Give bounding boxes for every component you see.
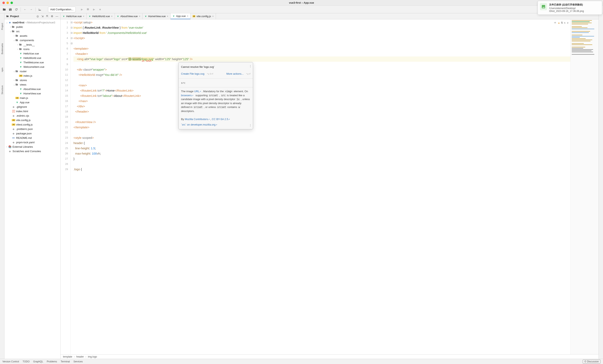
tree-row[interactable]: ›public: [4, 25, 60, 29]
tree-row[interactable]: ◈.prettierrc.json: [4, 127, 60, 131]
tree-row[interactable]: MDREADME.md: [4, 136, 60, 140]
maximize-window-button[interactable]: [11, 2, 13, 4]
editor-tab[interactable]: ▼App.vue×: [171, 13, 191, 19]
bottom-tool-graphql[interactable]: GraphQL: [33, 360, 43, 363]
locate-icon[interactable]: ◎: [36, 14, 39, 18]
editor-tab[interactable]: ▼AboutView.vue×: [115, 13, 143, 19]
build-icon[interactable]: [37, 7, 42, 12]
tab-bookmarks[interactable]: Bookmarks: [0, 42, 4, 56]
close-tab-icon[interactable]: ×: [167, 15, 168, 18]
tree-row[interactable]: ▼AboutView.vue: [4, 87, 60, 91]
tree-row[interactable]: JSvite.config.js: [4, 118, 60, 122]
fold-gutter[interactable]: ⊟⊟⊟⊟⊟: [71, 19, 73, 354]
breadcrumb-item[interactable]: header: [76, 355, 84, 358]
tree-row[interactable]: ◈Scratches and Consoles: [4, 149, 60, 153]
bottom-tool-terminal[interactable]: Terminal: [61, 360, 70, 363]
prev-highlight-icon[interactable]: ∧: [564, 20, 566, 25]
tree-row[interactable]: JSmain.js: [4, 96, 60, 100]
tree-row[interactable]: ›📚External Libraries: [4, 145, 60, 149]
run-icon[interactable]: ▶: [79, 7, 85, 12]
project-tree[interactable]: ⌄ ■ vue3-first ~/WebstormProjects/vue3 ›…: [4, 19, 60, 359]
browsers-link[interactable]: browsers: [181, 94, 192, 97]
popup-menu-icon-2[interactable]: ⋮: [249, 123, 252, 128]
close-tab-icon[interactable]: ×: [83, 15, 84, 18]
tree-row[interactable]: ⌄views: [4, 82, 60, 87]
minimap[interactable]: [570, 19, 599, 354]
tree-row[interactable]: ◈.gitignore: [4, 104, 60, 109]
notification-toast[interactable]: 文件已保存 (点击打开保存路径) /Users/element/Desktop/…: [538, 1, 602, 15]
debug-icon[interactable]: [85, 7, 91, 12]
inspection-summary[interactable]: 👁 ▲ 5 ∧ ∨: [554, 20, 569, 25]
breadcrumb-item[interactable]: img.logo: [88, 355, 97, 358]
editor-tab[interactable]: ▼HelloWorld.vue×: [87, 13, 115, 19]
minimize-window-button[interactable]: [6, 2, 9, 4]
popup-menu-icon[interactable]: ⋮: [249, 64, 252, 69]
collapse-all-icon[interactable]: ⇱: [46, 14, 49, 18]
tree-row[interactable]: ⌄components: [4, 38, 60, 42]
left-tool-strip: Project Bookmarks npm Structure: [0, 13, 4, 359]
forward-icon[interactable]: →: [28, 7, 34, 12]
close-tab-icon[interactable]: ×: [139, 15, 140, 18]
tree-row[interactable]: JSvitest.config.js: [4, 122, 60, 127]
tree-row[interactable]: ▼HelloWorld.vue: [4, 56, 60, 60]
tree-row[interactable]: ⌄router: [4, 69, 60, 73]
close-tab-icon[interactable]: ×: [212, 15, 214, 18]
tree-row[interactable]: ▼HomeView.vue: [4, 91, 60, 96]
tab-project[interactable]: Project: [0, 21, 4, 32]
tree-row[interactable]: JSindex.js: [4, 73, 60, 78]
tab-structure[interactable]: Structure: [0, 84, 4, 96]
line-gutter: 1234567891011121314151617181920212223242…: [60, 19, 71, 354]
editor-tab[interactable]: JSvite.config.js×: [190, 13, 216, 19]
code-editor[interactable]: 💡 👁 ▲ 5 ∧ ∨ <script setup>import { Route…: [73, 19, 570, 354]
tree-row[interactable]: 🄷index.html: [4, 109, 60, 114]
hide-icon[interactable]: —: [55, 14, 59, 18]
contributors-link[interactable]: Mozilla Contributors: [185, 118, 208, 121]
eye-off-icon[interactable]: 👁: [554, 20, 557, 25]
traffic-lights: [0, 2, 13, 4]
close-window-button[interactable]: [2, 2, 5, 4]
tree-row[interactable]: ›__tests__: [4, 42, 60, 47]
tree-root[interactable]: ⌄ ■ vue3-first ~/WebstormProjects/vue3: [4, 20, 60, 25]
bottom-tool-todo[interactable]: TODO: [23, 360, 29, 363]
tree-row[interactable]: ›stores: [4, 78, 60, 82]
tree-row[interactable]: ▼TheWelcome.vue: [4, 60, 60, 65]
project-header-label: Project: [10, 15, 19, 18]
tree-row[interactable]: ▼WelcomeItem.vue: [4, 65, 60, 69]
save-icon[interactable]: [8, 7, 13, 12]
discussion-button[interactable]: © Discussion: [583, 360, 601, 364]
breadcrumb-item[interactable]: template: [63, 355, 72, 358]
tree-row[interactable]: ›assets: [4, 34, 60, 38]
tree-row[interactable]: ◈pnpm-lock.yaml: [4, 140, 60, 145]
open-file-icon[interactable]: [2, 7, 7, 12]
editor-tab[interactable]: ▼HelloVue.vue×: [60, 13, 87, 19]
tree-row[interactable]: ▼App.vue: [4, 100, 60, 104]
back-icon[interactable]: ←: [23, 7, 28, 12]
run-with-coverage-icon[interactable]: ▶: [92, 7, 97, 12]
stop-icon[interactable]: ■: [97, 7, 103, 12]
next-highlight-icon[interactable]: ∨: [567, 20, 569, 25]
bottom-tool-problems[interactable]: Problems: [47, 360, 57, 363]
url-link[interactable]: URL: [194, 90, 199, 93]
editor-body[interactable]: 1234567891011121314151617181920212223242…: [60, 19, 599, 354]
tree-row[interactable]: ◈.eslintrc.cjs: [4, 114, 60, 118]
breadcrumb[interactable]: template›header›img.logo: [60, 354, 599, 359]
more-actions-link[interactable]: More actions...: [226, 71, 244, 77]
tree-row[interactable]: ◈package.json: [4, 131, 60, 136]
close-tab-icon[interactable]: ×: [111, 15, 113, 18]
bottom-tool-services[interactable]: Services: [73, 360, 83, 363]
editor-tab[interactable]: ▼HomeView.vue×: [142, 13, 170, 19]
tree-row[interactable]: ⌄src: [4, 29, 60, 34]
tree-row[interactable]: ›icons: [4, 47, 60, 51]
mdn-link[interactable]: `src` on developer.mozilla.org: [181, 123, 216, 126]
expand-all-icon[interactable]: ⇲: [41, 14, 44, 18]
close-tab-icon[interactable]: ×: [187, 15, 188, 18]
sync-icon[interactable]: [14, 7, 19, 12]
tab-npm[interactable]: npm: [0, 66, 4, 73]
license-link[interactable]: CC BY-SA 2.5: [212, 118, 228, 121]
settings-icon[interactable]: ⚙: [50, 14, 54, 18]
create-file-action[interactable]: Create File logo.svg: [181, 71, 204, 77]
right-tool-strip: [599, 13, 603, 359]
run-config-dropdown[interactable]: Add Configuration...: [48, 7, 76, 12]
tree-row[interactable]: ▼HelloVue.vue: [4, 51, 60, 56]
bottom-tool-version-control[interactable]: Version Control: [2, 360, 19, 363]
